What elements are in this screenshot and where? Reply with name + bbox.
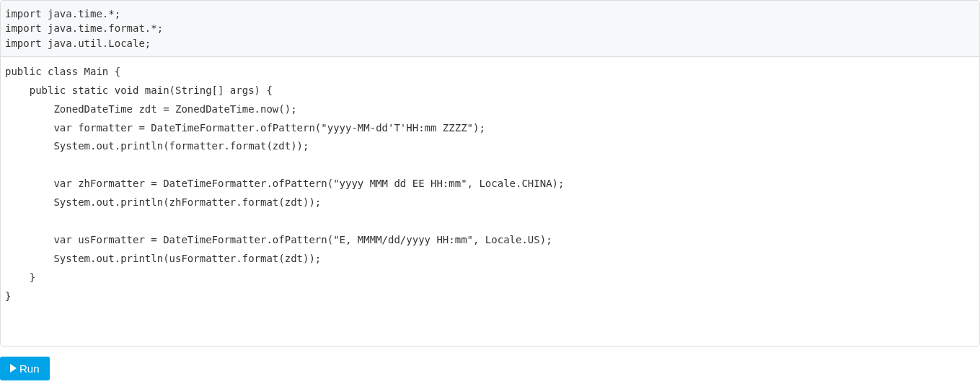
play-icon bbox=[10, 364, 17, 373]
code-imports: import java.time.*; import java.time.for… bbox=[1, 1, 979, 57]
code-container: import java.time.*; import java.time.for… bbox=[0, 0, 980, 347]
run-button-label: Run bbox=[19, 362, 40, 375]
code-body: public class Main { public static void m… bbox=[1, 57, 979, 346]
run-button[interactable]: Run bbox=[0, 357, 50, 380]
